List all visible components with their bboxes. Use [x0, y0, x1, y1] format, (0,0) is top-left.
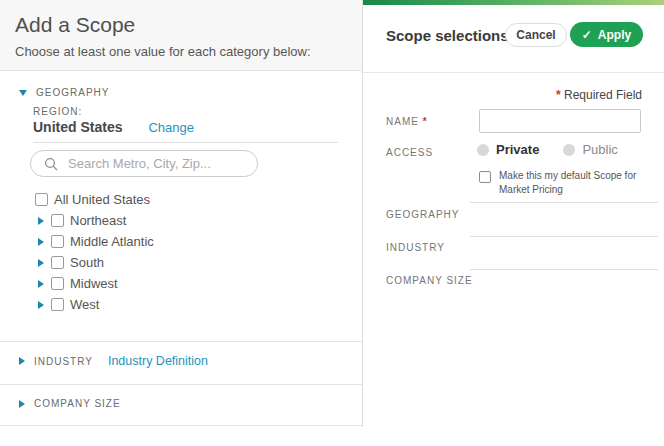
tree-label: All United States	[54, 192, 150, 207]
apply-button[interactable]: ✓ Apply	[570, 22, 643, 47]
geography-section-label: GEOGRAPHY	[36, 87, 109, 98]
tree-label: Middle Atlantic	[70, 234, 154, 249]
access-options: Private Public	[477, 142, 618, 157]
region-row: United States Change	[33, 119, 194, 135]
name-field-label: NAME *	[386, 116, 428, 127]
default-scope-label: Make this my default Scope for Market Pr…	[499, 169, 649, 196]
public-radio-option[interactable]: Public	[563, 142, 617, 157]
change-region-link[interactable]: Change	[148, 120, 194, 135]
accent-gradient-bar	[363, 0, 664, 5]
private-radio-option[interactable]: Private	[477, 142, 539, 157]
page-subtitle: Choose at least one value for each categ…	[15, 44, 311, 59]
divider	[470, 236, 658, 237]
industry-section-label: INDUSTRY	[34, 356, 93, 367]
radio-icon[interactable]	[563, 144, 575, 156]
scope-selections-panel: Scope selections Cancel ✓ Apply * Requir…	[363, 0, 664, 446]
required-asterisk: *	[423, 116, 428, 127]
public-radio-label: Public	[582, 142, 617, 157]
cancel-button[interactable]: Cancel	[505, 23, 567, 47]
checkbox[interactable]	[479, 171, 491, 183]
tree-row: West	[0, 294, 362, 315]
caret-right-icon[interactable]	[38, 217, 44, 225]
name-input[interactable]	[479, 109, 641, 133]
divider	[470, 202, 658, 203]
tree-label: Northeast	[70, 213, 126, 228]
access-field-label: ACCESS	[386, 147, 433, 158]
checkbox[interactable]	[51, 235, 64, 248]
divider	[0, 425, 362, 426]
page-title: Add a Scope	[15, 13, 135, 37]
checkbox[interactable]	[51, 214, 64, 227]
company-size-summary-label: COMPANY SIZE	[386, 275, 473, 286]
divider	[363, 72, 664, 73]
geography-section-header[interactable]: GEOGRAPHY	[19, 87, 109, 98]
divider	[0, 341, 362, 342]
panel-title: Scope selections	[386, 27, 509, 44]
tree-row: Middle Atlantic	[0, 231, 362, 252]
checkbox[interactable]	[51, 277, 64, 290]
tree-row: Midwest	[0, 273, 362, 294]
divider	[0, 384, 362, 385]
private-radio-label: Private	[496, 142, 539, 157]
add-scope-header: Add a Scope Choose at least one value fo…	[0, 0, 362, 71]
tree-label: South	[70, 255, 104, 270]
tree-row: All United States	[0, 189, 362, 210]
geography-summary-label: GEOGRAPHY	[386, 209, 459, 220]
industry-section-header[interactable]: INDUSTRY Industry Definition	[19, 354, 208, 368]
divider	[33, 142, 338, 143]
search-icon	[44, 157, 58, 171]
checkbox[interactable]	[35, 193, 48, 206]
required-field-note: * Required Field	[556, 88, 642, 102]
caret-right-icon[interactable]	[19, 400, 25, 408]
region-value: United States	[33, 119, 122, 135]
divider	[470, 269, 658, 270]
caret-right-icon[interactable]	[38, 238, 44, 246]
company-size-section-header[interactable]: COMPANY SIZE	[19, 398, 121, 409]
radio-icon[interactable]	[477, 144, 489, 156]
tree-row: Northeast	[0, 210, 362, 231]
check-icon: ✓	[582, 28, 592, 42]
tree-label: Midwest	[70, 276, 118, 291]
caret-right-icon[interactable]	[38, 301, 44, 309]
add-scope-panel: Add a Scope Choose at least one value fo…	[0, 0, 363, 427]
checkbox[interactable]	[51, 256, 64, 269]
caret-right-icon[interactable]	[38, 259, 44, 267]
caret-right-icon[interactable]	[19, 357, 25, 365]
checkbox[interactable]	[51, 298, 64, 311]
industry-summary-label: INDUSTRY	[386, 242, 445, 253]
company-size-section-label: COMPANY SIZE	[34, 398, 121, 409]
industry-definition-link[interactable]: Industry Definition	[108, 354, 208, 368]
default-scope-option[interactable]: Make this my default Scope for Market Pr…	[479, 169, 651, 196]
caret-down-icon[interactable]	[19, 90, 27, 96]
region-label: REGION:	[33, 106, 82, 117]
geo-tree: All United StatesNortheastMiddle Atlanti…	[0, 189, 362, 315]
caret-right-icon[interactable]	[38, 280, 44, 288]
tree-row: South	[0, 252, 362, 273]
geo-search-box[interactable]	[30, 150, 258, 177]
apply-button-label: Apply	[598, 28, 631, 42]
search-input[interactable]	[66, 155, 257, 172]
tree-label: West	[70, 297, 99, 312]
